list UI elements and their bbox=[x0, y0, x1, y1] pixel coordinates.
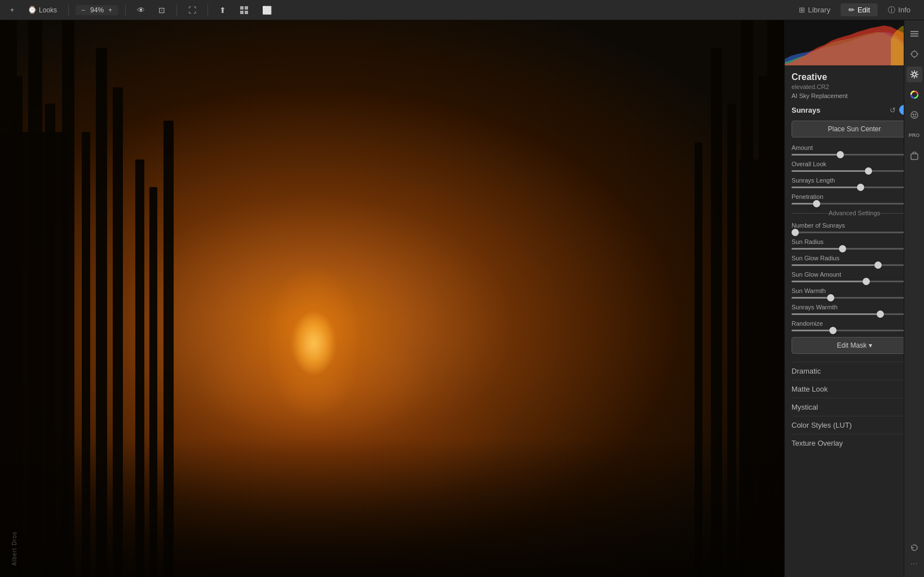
looks-button[interactable]: ⌚ Looks bbox=[23, 4, 61, 16]
crop-button[interactable]: ⛶ bbox=[184, 3, 201, 17]
tab-library[interactable]: ⊞ Library bbox=[791, 3, 838, 16]
slider-input[interactable] bbox=[792, 232, 917, 233]
slider-overall-look: Overall Look 62 bbox=[792, 161, 917, 172]
slider-input[interactable] bbox=[792, 264, 917, 266]
side-icons: PRO ··· bbox=[904, 20, 924, 577]
slider-input[interactable] bbox=[792, 313, 917, 315]
slider-penetration: Penetration 18 bbox=[792, 193, 917, 205]
slider-label: Overall Look bbox=[792, 161, 904, 167]
looks-icon: ⌚ bbox=[28, 6, 37, 14]
compare-icon: ⊡ bbox=[158, 6, 165, 15]
divider-2 bbox=[125, 5, 126, 16]
slider-label: Penetration bbox=[792, 193, 904, 200]
slider-label: Sun Glow Radius bbox=[792, 255, 904, 261]
tab-info[interactable]: ⓘ Info bbox=[880, 3, 918, 17]
sunrays-header: Sunrays ↺ bbox=[792, 105, 917, 115]
zoom-minus-button[interactable]: − bbox=[79, 6, 88, 14]
bag-icon[interactable] bbox=[907, 148, 922, 163]
fullscreen-button[interactable]: ⬜ bbox=[258, 3, 276, 17]
ai-sky-label[interactable]: AI Sky Replacement bbox=[792, 92, 917, 99]
library-icon: ⊞ bbox=[799, 6, 805, 14]
face-icon[interactable] bbox=[907, 107, 922, 123]
compare-button[interactable]: ⊡ bbox=[154, 3, 170, 17]
panel-content: Creative elevated.CR2 AI Sky Replacement… bbox=[785, 65, 924, 577]
section-item-matte-look[interactable]: Matte Look bbox=[792, 380, 917, 398]
pro-icon[interactable]: PRO bbox=[907, 127, 922, 143]
main-area: Albert Dros ☰ bbox=[0, 20, 924, 577]
fullscreen-icon: ⬜ bbox=[262, 6, 272, 15]
slider-input[interactable] bbox=[792, 297, 917, 299]
info-icon: ⓘ bbox=[888, 5, 895, 15]
photo-area[interactable]: Albert Dros bbox=[0, 20, 784, 577]
slider-label: Sunrays Warmth bbox=[792, 304, 904, 310]
advanced-settings-label: Advanced Settings bbox=[792, 210, 917, 216]
preview-button[interactable]: 👁 bbox=[132, 3, 149, 17]
svg-rect-3 bbox=[245, 11, 248, 14]
main-toolbar: + ⌚ Looks − 94% + 👁 ⊡ ⛶ ⬆ ⬜ ⊞ Library bbox=[0, 0, 924, 20]
right-panel: ☰ ⠿ Creative elevated.CR2 AI Sky Replace… bbox=[784, 20, 924, 577]
svg-point-8 bbox=[912, 51, 917, 57]
section-item-dramatic[interactable]: Dramatic bbox=[792, 362, 917, 380]
slider-input[interactable] bbox=[792, 281, 917, 282]
eye-icon: 👁 bbox=[137, 6, 145, 15]
adv-slider-sun-glow-amount: Sun Glow Amount 60 bbox=[792, 271, 917, 282]
add-button[interactable]: + bbox=[6, 5, 19, 16]
slider-input[interactable] bbox=[792, 248, 917, 250]
svg-rect-7 bbox=[910, 35, 918, 37]
add-icon: + bbox=[10, 6, 14, 14]
export-icon: ⬆ bbox=[219, 6, 226, 15]
reset-button[interactable]: ↺ bbox=[890, 106, 896, 114]
grid-button[interactable] bbox=[235, 3, 253, 17]
svg-line-20 bbox=[916, 72, 917, 73]
tab-edit[interactable]: ✏ Edit bbox=[841, 3, 878, 16]
section-title: Creative bbox=[792, 72, 917, 82]
layers-panel-icon[interactable] bbox=[907, 26, 922, 42]
divider-4 bbox=[207, 5, 208, 16]
zoom-control: − 94% + bbox=[76, 5, 118, 15]
place-sun-button[interactable]: Place Sun Center bbox=[792, 121, 917, 137]
slider-input[interactable] bbox=[792, 203, 917, 205]
sun-icon[interactable] bbox=[907, 66, 922, 82]
adv-slider-sun-warmth: Sun Warmth 30 bbox=[792, 287, 917, 299]
adjust-icon[interactable] bbox=[907, 46, 922, 62]
adv-slider-sun-glow-radius: Sun Glow Radius 70 bbox=[792, 255, 917, 266]
slider-sunrays-length: Sunrays Length 55 bbox=[792, 177, 917, 188]
slider-label: Randomize bbox=[792, 320, 904, 327]
slider-input[interactable] bbox=[792, 187, 917, 188]
svg-rect-0 bbox=[240, 6, 244, 10]
slider-label: Amount bbox=[792, 144, 904, 151]
svg-rect-2 bbox=[240, 11, 244, 14]
slider-label: Sunrays Length bbox=[792, 177, 904, 184]
svg-rect-26 bbox=[911, 154, 918, 159]
adv-slider-sunrays-warmth: Sunrays Warmth 72 bbox=[792, 304, 917, 315]
section-item-texture-overlay[interactable]: Texture Overlay bbox=[792, 434, 917, 452]
side-icons-bottom: ··· bbox=[907, 540, 922, 571]
slider-label: Sun Glow Amount bbox=[792, 271, 904, 278]
section-item-color-styles-lut[interactable]: Color Styles (LUT) bbox=[792, 416, 917, 434]
slider-input[interactable] bbox=[792, 330, 917, 331]
slider-input[interactable] bbox=[792, 154, 917, 156]
zoom-plus-button[interactable]: + bbox=[106, 6, 115, 14]
more-icon[interactable]: ··· bbox=[907, 556, 922, 571]
edit-mask-button[interactable]: Edit Mask ▾ bbox=[792, 337, 917, 354]
svg-point-23 bbox=[911, 112, 918, 118]
adv-slider-number-of-sunrays: Number of Sunrays 0 bbox=[792, 222, 917, 233]
slider-input[interactable] bbox=[792, 170, 917, 172]
crop-icon: ⛶ bbox=[188, 6, 196, 15]
color-wheel-icon[interactable] bbox=[907, 87, 922, 103]
additional-sections: DramaticMatte LookMysticalColor Styles (… bbox=[792, 362, 917, 452]
main-sliders: Amount 38 Overall Look 62 Sunrays Length… bbox=[792, 144, 917, 205]
svg-point-25 bbox=[915, 114, 916, 115]
slider-amount: Amount 38 bbox=[792, 144, 917, 156]
export-button[interactable]: ⬆ bbox=[215, 3, 231, 17]
svg-rect-6 bbox=[910, 33, 918, 34]
divider-1 bbox=[68, 5, 69, 16]
section-item-mystical[interactable]: Mystical bbox=[792, 398, 917, 416]
adv-slider-randomize: Randomize 32 bbox=[792, 320, 917, 331]
ground-shadow bbox=[0, 438, 784, 577]
histogram-chart bbox=[785, 20, 924, 65]
histogram: ☰ ⠿ bbox=[785, 20, 924, 65]
adv-slider-sun-radius: Sun Radius 40 bbox=[792, 238, 917, 250]
right-panel-inner: ☰ ⠿ Creative elevated.CR2 AI Sky Replace… bbox=[785, 20, 924, 577]
history-icon[interactable] bbox=[907, 540, 922, 556]
